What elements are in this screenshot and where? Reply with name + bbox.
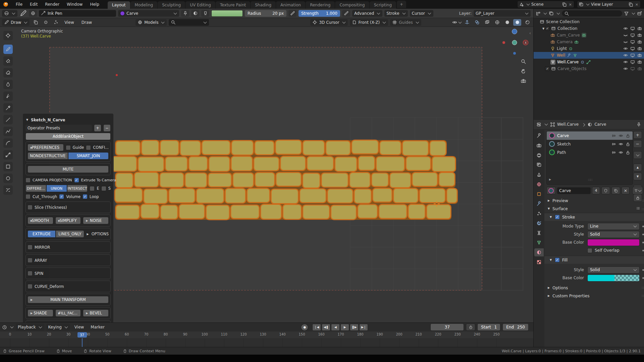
workspace-tab-sculpting[interactable]: Sculpting [158,1,185,9]
search-input[interactable] [169,19,209,26]
pin-icon[interactable] [636,122,641,127]
menu-edit[interactable]: Edit [26,2,41,7]
cursor-dropdown[interactable]: Cursor [410,10,433,17]
simplify-button[interactable]: ▶SIMPLIFY [55,217,81,224]
timeline-ruler[interactable]: 0102030405060708090100110120130140150160… [0,331,533,338]
workspace-tab-rendering[interactable]: Rendering [306,1,335,9]
properties-tab-output[interactable] [534,151,544,159]
outliner-row-camera[interactable]: Camera [534,39,644,45]
surface-section-header[interactable]: ▼Surface ∷∷ [544,205,644,213]
vertex-mode-button[interactable] [201,10,209,17]
current-frame-field[interactable]: 37 [430,323,464,331]
noise-button[interactable]: ▶NOISE [83,217,109,224]
outliner-row-scene-collection[interactable]: Scene Collection [534,18,644,25]
layer-selector[interactable]: GP_Layer [474,10,531,17]
material-mode-button[interactable] [191,10,199,17]
vertex-color-bar[interactable] [211,10,243,17]
unlink-scene-button[interactable]: × [568,2,573,7]
collection-checkbox[interactable]: ✓ [545,26,550,31]
remove-preset-button[interactable]: − [103,124,111,132]
workspace-tab-texture-paint[interactable]: Texture Paint [216,1,250,9]
outliner-search-input[interactable] [562,10,622,16]
strength-slider[interactable]: Strength 1.000 [299,10,340,17]
extrude-to-camera-checkbox[interactable]: ✓ [74,178,79,183]
editor-type-icon[interactable] [2,325,7,330]
list-filter-triangle[interactable]: ▶ [549,178,551,181]
nondestructive-toggle[interactable]: NONDESTRUCTIVE [28,152,68,160]
play-reverse-button[interactable]: ◀ [331,324,340,331]
editor-type-icon[interactable] [536,122,541,127]
timeline-track[interactable] [0,338,533,347]
next-keyframe-button[interactable]: ❚▶ [350,324,359,331]
erase-tool[interactable] [3,68,13,77]
guide-checkbox[interactable] [66,145,71,150]
unlink-material-button[interactable]: × [622,187,630,194]
options-triangle-icon[interactable]: ▶ [86,233,90,236]
brush-preview-button[interactable] [2,10,17,17]
duplicate-icon[interactable] [32,19,40,26]
shade-button[interactable]: ▶SHADE [28,309,53,317]
menu-render[interactable]: Render [41,2,63,7]
custom-properties-section-header[interactable]: ▶Custom Properties ∷∷ [544,292,644,300]
mode-selector[interactable]: Draw [2,19,30,26]
preferences-button[interactable]: ▶PREFERENCES [28,144,64,151]
workspace-tab-compositing[interactable]: Compositing [335,1,369,9]
outliner-row-well-carve[interactable]: Well.Carve [534,59,644,65]
s-checkbox[interactable] [101,186,106,191]
auto-keying-clock-button[interactable] [466,323,475,331]
shading-rendered-button[interactable] [523,19,531,26]
stroke-subpanel-header[interactable]: ▼✓ Stroke [544,213,644,221]
duplicate-icon[interactable] [562,2,567,7]
fill-fac-button[interactable]: ▶FILL_FAC... [55,309,81,317]
pan-hand-icon[interactable] [521,68,526,74]
remove-slot-button[interactable]: − [633,140,642,148]
options-section-header[interactable]: ▶Options ∷∷ [544,284,644,292]
new-collection-icon[interactable] [637,11,642,16]
self-overlap-checkbox[interactable] [587,248,592,253]
outliner-row-carve-objects[interactable]: ✓Carve_Objects [534,65,644,72]
loop-checkbox[interactable]: ✓ [83,194,88,199]
view-menu[interactable]: View [62,20,76,25]
timeline-marker-menu[interactable]: Marker [88,325,107,329]
mode-type-dropdown[interactable]: Line [587,223,640,230]
properties-tab-physics[interactable] [534,219,544,227]
properties-tab-view-layer[interactable] [534,161,544,169]
add-blank-object-button[interactable]: AddBlankObject [25,133,111,140]
brush-name-field[interactable]: Ink Pen [39,10,116,17]
slot-specials-button[interactable] [633,151,642,159]
add-slot-button[interactable]: + [633,131,642,139]
playback-dropdown[interactable]: Playback [16,324,44,330]
shading-wireframe-button[interactable] [493,19,501,26]
menu-file[interactable]: File [12,2,26,7]
add-preset-button[interactable]: + [94,124,101,132]
pin-material-button[interactable] [181,10,189,17]
viewport-3d[interactable]: X Camera Orthographic (37) Well.Carve ‹ … [0,27,533,322]
play-button[interactable]: ▶ [340,324,349,331]
outliner-row-cam-carve[interactable]: Cam_Carve [534,32,644,39]
panel-title-row[interactable]: ▼ Sketch_N_Carve [25,116,111,123]
workspace-tab-animation[interactable]: Animation [276,1,305,9]
models-dropdown[interactable]: Models [136,19,167,26]
material-selector[interactable]: Carve [118,10,179,17]
overlays-button[interactable] [473,19,481,26]
properties-tab-material[interactable] [534,248,544,256]
copy-material-button[interactable] [611,187,620,194]
extrude-toggle[interactable]: EXTRUDE [28,230,56,238]
scene-selector[interactable]: Scene × [517,1,574,8]
strength-pressure-button[interactable] [342,10,350,17]
blender-logo-icon[interactable] [3,1,9,7]
operator-presets-dropdown[interactable]: Operator Presets [25,125,92,131]
animate-dot[interactable] [642,226,644,227]
expand-triangle-icon[interactable]: ▼ [542,27,545,30]
volume-checkbox[interactable]: ✓ [59,194,64,199]
material-swatch-button[interactable] [546,187,556,194]
material-slot-sketch[interactable]: Sketch [547,140,633,148]
shading-solid-button[interactable] [503,19,511,26]
menu-help[interactable]: Help [86,2,103,7]
breadcrumb-object[interactable]: Well.Carve [557,122,579,127]
fake-user-shield-button[interactable] [601,187,610,194]
animate-dot[interactable] [642,269,644,271]
animate-dot[interactable] [642,242,644,243]
e-checkbox[interactable] [90,186,95,191]
stroke-dropdown[interactable]: Stroke [384,10,408,17]
